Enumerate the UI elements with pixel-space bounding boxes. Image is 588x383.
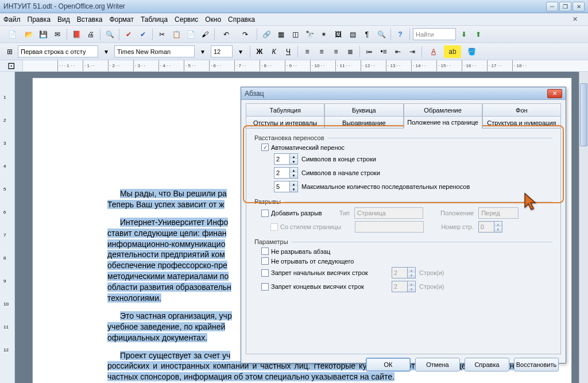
save-button[interactable]: 💾 (37, 28, 49, 41)
paste-button[interactable]: 📄 (184, 28, 197, 41)
copy-button[interactable]: 📋 (170, 28, 183, 41)
underline-button[interactable]: Ч (282, 45, 295, 58)
datasource-button[interactable]: ▤ (346, 28, 359, 41)
help-button[interactable]: ? (394, 28, 407, 41)
min-button[interactable]: ─ (546, 2, 558, 11)
paragraph-dialog: Абзац ✕ Табуляция Буквица Обрамление Фон… (241, 87, 566, 363)
align-right-button[interactable]: ≡ (330, 45, 342, 58)
reset-button[interactable]: Восстановить (514, 358, 559, 372)
redo-button[interactable]: ↷ (237, 28, 254, 41)
navigator-button[interactable]: ✴ (318, 28, 330, 41)
add-break-checkbox[interactable] (261, 210, 269, 217)
menu-table[interactable]: Таблица (141, 16, 168, 24)
search-next-icon[interactable]: ⬆ (472, 28, 485, 41)
tab-dropcaps[interactable]: Буквица (324, 103, 403, 116)
pdf-button[interactable]: 📕 (70, 28, 83, 41)
numbering-button[interactable]: ≔ (363, 45, 376, 58)
nosplit-checkbox[interactable] (261, 247, 269, 255)
tab-borders[interactable]: Обрамление (404, 103, 482, 116)
align-left-button[interactable]: ≡ (301, 45, 314, 58)
window-title: ИНТУИТ 51.odt - OpenOffice.org Writer (3, 2, 545, 10)
menu-tools[interactable]: Сервис (175, 16, 198, 24)
menu-help[interactable]: Справка (228, 16, 255, 24)
vertical-scrollbar[interactable] (579, 72, 588, 383)
widow-checkbox[interactable] (261, 269, 269, 277)
parastyle-combo[interactable]: Первая строка с отсту (18, 45, 98, 57)
menu-view[interactable]: Вид (57, 16, 70, 24)
tab-outline[interactable]: Структура и нумерация (482, 116, 561, 129)
formatting-toolbar: ⊞ Первая строка с отсту ▾ Times New Roma… (0, 43, 588, 60)
menu-format[interactable]: Формат (109, 16, 134, 24)
search-input[interactable]: Найти (413, 28, 456, 40)
cut-button[interactable]: ✂ (156, 28, 168, 41)
max-button[interactable]: ❐ (559, 2, 571, 11)
tab-background[interactable]: Фон (482, 103, 561, 116)
align-center-button[interactable]: ≡ (315, 45, 328, 58)
dialog-title: Абзац (245, 90, 264, 98)
link-button[interactable]: 🔗 (260, 28, 273, 41)
font-dd-icon[interactable]: ▾ (196, 45, 209, 58)
pagestyle-select (355, 221, 424, 233)
chars-start-spinner[interactable]: 2▲▼ (274, 167, 298, 179)
horizontal-ruler[interactable]: · · · 1 · ·· 1 · ·· 2 · ·· 3 · ·· 4 · ··… (23, 60, 588, 71)
italic-button[interactable]: К (268, 45, 280, 58)
help-button[interactable]: Справка (465, 358, 509, 372)
search-prev-icon[interactable]: ⬇ (458, 28, 470, 41)
doc-p4: Проект существует за счет уч (120, 351, 230, 360)
break-type-label: Тип (339, 210, 350, 216)
indent-inc-button[interactable]: ⇥ (406, 45, 419, 58)
tab-textflow[interactable]: Положение на странице (404, 116, 482, 129)
undo-button[interactable]: ↶ (218, 28, 235, 41)
keepnext-label: Не отрывать от следующего (271, 258, 354, 265)
fontcolor-button[interactable]: A (425, 45, 442, 58)
font-combo[interactable]: Times New Roman (114, 45, 195, 57)
bold-button[interactable]: Ж (253, 45, 266, 58)
align-justify-button[interactable]: ≣ (344, 45, 357, 58)
size-combo[interactable]: 12 (211, 45, 233, 57)
menu-edit[interactable]: Правка (28, 16, 51, 24)
table-button[interactable]: ▦ (274, 28, 287, 41)
formatpaint-button[interactable]: 🖌 (199, 28, 211, 41)
doc-close-icon[interactable]: ✕ (572, 16, 578, 23)
open-button[interactable]: 📂 (22, 28, 35, 41)
bgcolor-button[interactable]: 🪣 (463, 45, 480, 58)
auto-hyphen-checkbox[interactable] (261, 144, 269, 151)
gallery-button[interactable]: 🖼 (332, 28, 345, 41)
menu-window[interactable]: Окно (205, 16, 221, 24)
max-hyphen-spinner[interactable]: 5▲▼ (274, 181, 298, 192)
styles-button[interactable]: ⊞ (3, 45, 16, 58)
max-hyphen-label: Максимальное количество последовательных… (301, 183, 470, 190)
break-pos-label: Положение (440, 210, 474, 216)
with-pagestyle-label: Со стилем страницы (280, 223, 341, 230)
tab-indents[interactable]: Отступы и интервалы (246, 116, 324, 129)
autospell-button[interactable]: ✔ (137, 28, 149, 41)
bullets-button[interactable]: •≡ (377, 45, 390, 58)
tab-alignment[interactable]: Выравнивание (324, 116, 403, 129)
new-button[interactable]: 📄 (3, 28, 21, 41)
menu-file[interactable]: Файл (3, 16, 21, 24)
highlight-button[interactable]: ab (444, 45, 461, 58)
dialog-close-button[interactable]: ✕ (547, 89, 562, 98)
preview-button[interactable]: 🔍 (103, 28, 116, 41)
find-button[interactable]: 🔭 (303, 28, 316, 41)
tab-tabulation[interactable]: Табуляция (246, 103, 324, 116)
menu-insert[interactable]: Вставка (77, 16, 103, 24)
drawfunc-button[interactable]: ◫ (289, 28, 301, 41)
nosplit-label: Не разрывать абзац (271, 248, 330, 255)
ok-button[interactable]: ОК (366, 358, 411, 372)
cancel-button[interactable]: Отмена (415, 358, 460, 372)
spell-button[interactable]: ✔ (122, 28, 135, 41)
print-button[interactable]: 🖨 (84, 28, 97, 41)
vertical-ruler[interactable]: 123 456 789 101112 (0, 72, 15, 383)
orphan-checkbox[interactable] (261, 283, 269, 291)
indent-dec-button[interactable]: ⇤ (392, 45, 404, 58)
mail-button[interactable]: ✉ (51, 28, 64, 41)
group-hyphenation: Расстановка переносов (254, 134, 324, 141)
parastyle-dd-icon[interactable]: ▾ (100, 45, 113, 58)
close-button[interactable]: ✕ (572, 2, 585, 11)
chars-end-spinner[interactable]: 2▲▼ (274, 153, 298, 165)
zoom-button[interactable]: 🔍 (375, 28, 388, 41)
size-dd-icon[interactable]: ▾ (234, 45, 247, 58)
keepnext-checkbox[interactable] (261, 257, 269, 265)
nonprint-button[interactable]: ¶ (361, 28, 373, 41)
